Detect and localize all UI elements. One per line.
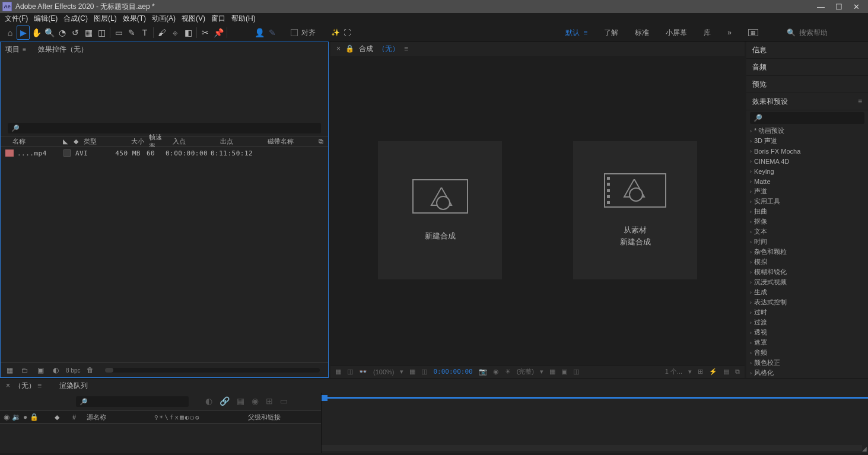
workspace-menu-icon[interactable]: ≡: [583, 28, 587, 37]
interpret-icon[interactable]: ▦: [4, 365, 15, 375]
workspace-library[interactable]: 库: [704, 28, 711, 38]
cf-views[interactable]: 1 个...: [665, 367, 682, 376]
menu-animation[interactable]: 动画(A): [152, 14, 176, 24]
cf-res-icon[interactable]: ▦: [409, 368, 415, 376]
cf-transp-icon[interactable]: ▣: [561, 368, 567, 376]
tab-effect-controls[interactable]: 效果控件（无）: [38, 44, 88, 55]
preset-category[interactable]: ›3D 声道: [746, 136, 868, 146]
preset-category[interactable]: ›过渡: [746, 317, 868, 327]
preset-category[interactable]: ›声道: [746, 186, 868, 196]
preset-category[interactable]: ›文本: [746, 227, 868, 237]
maximize-button[interactable]: ☐: [835, 2, 842, 11]
selection-tool[interactable]: ▶: [17, 26, 30, 40]
person-icon[interactable]: 👤: [253, 26, 266, 40]
wand-icon[interactable]: ✨: [331, 28, 340, 37]
menu-window[interactable]: 窗口: [211, 14, 225, 24]
puppet-tool[interactable]: 📌: [212, 26, 225, 40]
workspace-learn[interactable]: 了解: [604, 28, 618, 38]
new-comp-from-footage-button[interactable]: 从素材 新建合成: [573, 141, 697, 279]
col-tag-icon[interactable]: ◣: [60, 138, 71, 145]
cf-exposure-icon[interactable]: ☀: [505, 368, 511, 376]
panel-audio[interactable]: 音频: [746, 59, 868, 76]
cf-zoom[interactable]: (100%): [373, 368, 394, 376]
panbehind-tool[interactable]: ◫: [95, 26, 108, 40]
eye-icon[interactable]: ◉: [4, 413, 9, 421]
cf-channel-icon[interactable]: ◉: [493, 368, 499, 376]
col-parent[interactable]: 父级和链接: [237, 413, 281, 422]
col-out[interactable]: 出点: [218, 137, 265, 146]
effects-preset-list[interactable]: ›* 动画预设›3D 声道›Boris FX Mocha›CINEMA 4D›K…: [746, 126, 868, 378]
menu-help[interactable]: 帮助(H): [231, 14, 256, 24]
cf-time[interactable]: 0:00:00:00: [433, 368, 472, 376]
rect-tool[interactable]: ▭: [112, 26, 125, 40]
preset-category[interactable]: ›杂色和颗粒: [746, 247, 868, 257]
comp-close-icon[interactable]: ×: [336, 44, 341, 53]
text-tool[interactable]: T: [138, 26, 151, 40]
cf-draft-icon[interactable]: ⚡: [709, 368, 717, 376]
project-search-input[interactable]: 🔎: [8, 123, 321, 133]
tl-motion-icon[interactable]: ◉: [252, 396, 259, 406]
screen-icon[interactable]: ▦: [748, 29, 758, 36]
brush-tool[interactable]: 🖌: [155, 26, 168, 40]
pen-tool[interactable]: ✎: [125, 26, 138, 40]
preset-category[interactable]: ›表达式控制: [746, 297, 868, 307]
menu-file[interactable]: 文件(F): [5, 14, 28, 24]
home-tool[interactable]: ⌂: [4, 26, 17, 40]
tl-shy-icon[interactable]: ◐: [205, 396, 212, 406]
orbit-tool[interactable]: ◔: [56, 26, 69, 40]
preset-category[interactable]: ›CINEMA 4D: [746, 156, 868, 166]
preset-category[interactable]: ›模拟: [746, 257, 868, 267]
minimize-button[interactable]: —: [817, 2, 825, 11]
help-search-input[interactable]: [799, 28, 859, 37]
preset-category[interactable]: ›实用工具: [746, 196, 868, 206]
preset-category[interactable]: ›颜色校正: [746, 358, 868, 368]
panel-info[interactable]: 信息: [746, 42, 868, 59]
folder-icon[interactable]: 🗀: [20, 365, 30, 375]
panel-preview[interactable]: 预览: [746, 76, 868, 93]
resize-handle-icon[interactable]: ◢: [862, 446, 867, 452]
project-footer-scrub[interactable]: [105, 368, 320, 373]
eraser-tool[interactable]: ◧: [182, 26, 195, 40]
close-button[interactable]: ✕: [853, 2, 860, 11]
tl-collapse-icon[interactable]: ▦: [237, 396, 244, 406]
tl-tab-none[interactable]: × （无） ≡: [6, 381, 42, 391]
snap-checkbox[interactable]: [291, 29, 298, 36]
col-size[interactable]: 大小: [117, 137, 147, 146]
roto-tool[interactable]: ✂: [199, 26, 212, 40]
timeline-playhead[interactable]: [322, 395, 328, 401]
workspace-standard[interactable]: 标准: [635, 28, 649, 38]
col-switches[interactable]: ♀☀\fx▦◐◯✪: [154, 413, 237, 421]
tl-link-icon[interactable]: 🔗: [220, 396, 230, 406]
col-label-tl-icon[interactable]: ◆: [55, 413, 65, 421]
preset-category[interactable]: ›生成: [746, 287, 868, 297]
timeline-track-area[interactable]: ◢: [322, 393, 868, 453]
preset-category[interactable]: ›遮罩: [746, 338, 868, 348]
preset-category[interactable]: ›模糊和锐化: [746, 267, 868, 277]
cf-share-icon[interactable]: ⊞: [698, 368, 703, 376]
preset-category[interactable]: ›Boris FX Mocha: [746, 146, 868, 156]
col-flow-icon[interactable]: ⧉: [301, 138, 328, 145]
cf-snapshot-icon[interactable]: 📷: [479, 368, 487, 376]
tl-tab-render-queue[interactable]: 渲染队列: [59, 381, 88, 391]
speaker-icon[interactable]: 🔉: [12, 413, 21, 421]
preset-category[interactable]: ›Matte: [746, 176, 868, 186]
effects-search-input[interactable]: 🔎: [750, 112, 864, 124]
comp-menu-icon[interactable]: ≡: [404, 44, 408, 53]
cf-resolution[interactable]: (完整): [517, 367, 534, 376]
comp-icon[interactable]: ▣: [35, 365, 46, 375]
solo-icon[interactable]: ●: [23, 413, 27, 421]
tab-project[interactable]: 项目 ≡: [5, 44, 26, 55]
preset-category[interactable]: ›过时: [746, 307, 868, 317]
cf-flow-icon[interactable]: ⧉: [735, 368, 740, 376]
cf-3d-icon[interactable]: 👓: [359, 368, 367, 376]
rotate-tool[interactable]: ↺: [69, 26, 82, 40]
preset-category[interactable]: ›Keying: [746, 166, 868, 176]
tl-frame-icon[interactable]: ▭: [280, 396, 288, 406]
menu-layer[interactable]: 图层(L): [94, 14, 117, 24]
col-label-icon[interactable]: ◆: [71, 138, 81, 145]
lock-col-icon[interactable]: 🔒: [30, 413, 39, 421]
hand-tool[interactable]: ✋: [30, 26, 43, 40]
col-number[interactable]: #: [65, 413, 83, 421]
workspace-small[interactable]: 小屏幕: [666, 28, 687, 38]
preset-category[interactable]: ›风格化: [746, 368, 868, 378]
